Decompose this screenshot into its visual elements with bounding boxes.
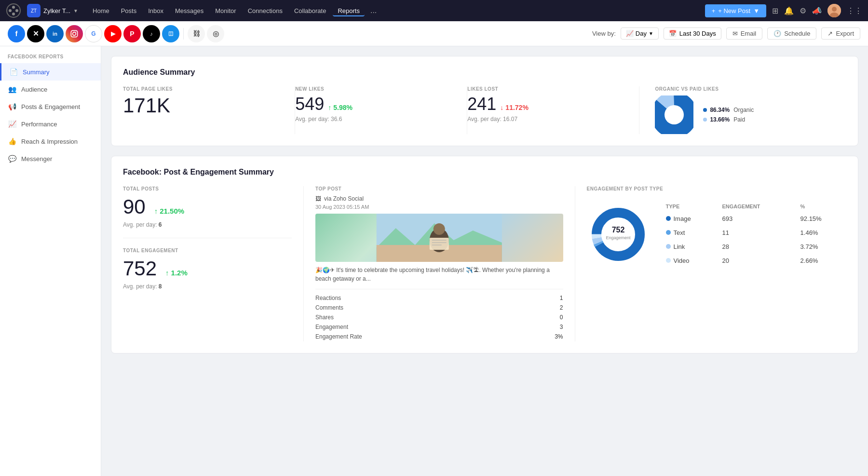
- social-tabs-bar: f ✕ in G ▶ P ♪ ◫ ⛓ ◎ View by: 📈 Day ▼ 📅 …: [0, 21, 868, 46]
- type-table-row: Text 11 1.46%: [662, 226, 846, 239]
- post-left-column: TOTAL POSTS 90 ↑ 21.50% Avg. per day: 6: [123, 186, 304, 341]
- main-layout: FACEBOOK REPORTS 📄 Summary 👥 Audience 📢 …: [0, 46, 868, 476]
- svg-point-13: [665, 105, 684, 124]
- organic-paid-chart: 86.34% Organic 13.66% Paid: [655, 95, 835, 134]
- avatar[interactable]: [827, 4, 841, 17]
- instagram-tab[interactable]: [66, 25, 83, 42]
- svg-point-28: [603, 219, 634, 250]
- nav-home[interactable]: Home: [88, 5, 114, 16]
- clock-icon: 🕐: [773, 30, 781, 37]
- schedule-button[interactable]: 🕐 Schedule: [767, 27, 816, 40]
- likes-lost-avg: Avg. per day: 16.07: [467, 116, 627, 122]
- date-range-picker[interactable]: 📅 Last 30 Days: [664, 27, 721, 40]
- youtube-tab[interactable]: ▶: [104, 25, 122, 42]
- likes-lost-value: 241: [467, 95, 496, 113]
- type-table: TYPE ENGAGEMENT % Image 693 92.15% Text …: [661, 201, 847, 268]
- nav-posts[interactable]: Posts: [116, 5, 142, 16]
- type-table-row: Image 693 92.15%: [662, 212, 846, 225]
- new-likes-value: 549: [295, 95, 324, 113]
- schedule-label: Schedule: [784, 30, 810, 37]
- megaphone-icon[interactable]: 📣: [812, 6, 822, 15]
- email-button[interactable]: ✉ Email: [726, 27, 763, 40]
- pinterest-tab[interactable]: P: [123, 25, 141, 42]
- type-table-row: Link 28 3.72%: [662, 240, 846, 253]
- engagement-col-header: ENGAGEMENT: [719, 202, 796, 211]
- social-separator: [183, 28, 184, 40]
- brand-area[interactable]: ZT Zylker T... ▼: [27, 4, 78, 17]
- sidebar-item-summary[interactable]: 📄 Summary: [0, 63, 101, 81]
- engagement-type-table: TYPE ENGAGEMENT % Image 693 92.15% Text …: [661, 201, 847, 268]
- messenger-icon: 💬: [8, 155, 16, 163]
- new-likes-arrow: ↑: [328, 104, 331, 111]
- engagement-rate-row: Engagement Rate 3%: [315, 332, 563, 341]
- sidebar-label-messenger: Messenger: [21, 155, 52, 163]
- google-tab[interactable]: G: [85, 25, 102, 42]
- settings-icon[interactable]: ⚙: [800, 6, 806, 15]
- sidebar-item-posts-engagement[interactable]: 📢 Posts & Engagement: [0, 98, 101, 115]
- sidebar-item-reach-impression[interactable]: 👍 Reach & Impression: [0, 133, 101, 150]
- total-engagement-label: TOTAL ENGAGEMENT: [123, 248, 292, 253]
- audience-icon: 👥: [8, 85, 16, 93]
- date-range-label: Last 30 Days: [679, 30, 716, 37]
- view-by-label: View by:: [592, 30, 616, 37]
- donut-center-label: Engagement: [606, 235, 631, 240]
- email-icon: ✉: [732, 30, 738, 37]
- engagement-rate-label: Engagement Rate: [315, 333, 362, 340]
- svg-point-18: [434, 223, 445, 235]
- export-button[interactable]: ↗ Export: [821, 27, 860, 40]
- nav-collaborate[interactable]: Collaborate: [289, 5, 331, 16]
- sidebar-item-messenger[interactable]: 💬 Messenger: [0, 150, 101, 167]
- total-page-likes-block: TOTAL PAGE LIKES 171K: [123, 86, 295, 134]
- app-logo: [6, 3, 21, 18]
- comments-label: Comments: [315, 304, 343, 311]
- brand-name: Zylker T...: [43, 7, 70, 14]
- posts-icon: 📢: [8, 103, 16, 110]
- paid-legend-item: 13.66% Paid: [703, 116, 754, 123]
- svg-point-3: [15, 9, 18, 12]
- nav-connections[interactable]: Connections: [243, 5, 287, 16]
- new-post-button[interactable]: + + New Post ▼: [705, 4, 766, 17]
- total-page-likes-label: TOTAL PAGE LIKES: [123, 86, 283, 92]
- comments-row: Comments 2: [315, 303, 563, 313]
- total-page-likes-value: 171K: [123, 95, 283, 116]
- email-label: Email: [741, 30, 757, 37]
- chat-tab[interactable]: ◎: [207, 25, 224, 42]
- twitter-tab[interactable]: ✕: [27, 25, 44, 42]
- tiktok-tab[interactable]: ♪: [143, 25, 160, 42]
- buffer-tab[interactable]: ◫: [162, 25, 179, 42]
- svg-point-9: [73, 32, 76, 35]
- post-engagement-grid: TOTAL POSTS 90 ↑ 21.50% Avg. per day: 6: [123, 186, 846, 341]
- nav-inbox[interactable]: Inbox: [143, 5, 168, 16]
- sidebar-label-performance: Performance: [21, 121, 57, 128]
- export-icon: ↗: [827, 30, 833, 37]
- sidebar-label-audience: Audience: [21, 86, 47, 93]
- donut-chart: 752 Engagement: [587, 203, 650, 266]
- link-tab[interactable]: ⛓: [188, 25, 205, 42]
- engagement-row-label: Engagement: [315, 324, 348, 330]
- new-likes-label: NEW LIKES: [295, 86, 455, 92]
- bell-icon[interactable]: 🔔: [784, 6, 794, 15]
- linkedin-tab[interactable]: in: [46, 25, 64, 42]
- comments-value: 2: [560, 304, 563, 311]
- top-post-source: 🖼 via Zoho Social: [315, 195, 563, 202]
- nav-reports[interactable]: Reports: [333, 5, 365, 16]
- facebook-tab[interactable]: f: [8, 25, 25, 42]
- summary-icon: 📄: [9, 68, 18, 76]
- nav-monitor[interactable]: Monitor: [210, 5, 241, 16]
- paid-dot: [703, 118, 707, 122]
- likes-lost-arrow: ↓: [500, 104, 503, 111]
- svg-rect-19: [430, 238, 449, 250]
- nav-messages[interactable]: Messages: [170, 5, 208, 16]
- total-posts-change: ↑ 21.50%: [154, 207, 184, 215]
- sidebar-item-performance[interactable]: 📈 Performance: [0, 115, 101, 133]
- apps-icon[interactable]: ⋮⋮: [847, 6, 862, 15]
- nav-more[interactable]: ...: [366, 4, 380, 17]
- top-post-date: 30 Aug 2023 05:15 AM: [315, 204, 563, 210]
- grid-icon[interactable]: ⊞: [772, 6, 778, 15]
- day-label: Day: [636, 30, 647, 37]
- nav-right-area: + + New Post ▼ ⊞ 🔔 ⚙ 📣 ⋮⋮: [705, 4, 862, 17]
- new-likes-avg: Avg. per day: 36.6: [295, 116, 455, 122]
- day-select[interactable]: 📈 Day ▼: [621, 27, 659, 40]
- sidebar-item-audience[interactable]: 👥 Audience: [0, 81, 101, 98]
- new-likes-change: ↑ 5.98%: [328, 104, 353, 111]
